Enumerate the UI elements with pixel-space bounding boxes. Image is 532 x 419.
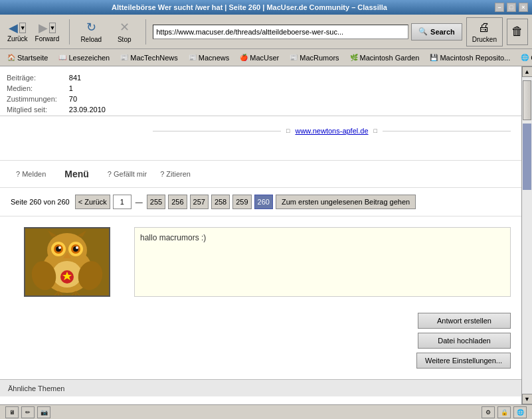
dash: —: [134, 198, 144, 206]
scrollbar-thumb[interactable]: [523, 80, 531, 120]
bookmark-macrumors[interactable]: 📰 MacRumors: [285, 52, 343, 64]
toolbar: ◀ ▼ Zurück ▶ ▼ Forward ↻ Reload ✕ Stop 🔍…: [0, 15, 532, 49]
title-bar-buttons: – □ ×: [495, 3, 528, 12]
h-line-right: [383, 131, 511, 131]
bookmark-macintosh-garden[interactable]: 🌿 Macintosh Garden: [345, 52, 424, 64]
avatar-svg: [25, 229, 109, 295]
link-arrow-left: □: [286, 127, 290, 134]
post-content: hallo macrumors :): [140, 233, 206, 242]
post-actions: ? Melden Menü ? Gefällt mir ? Zitieren: [0, 160, 521, 187]
bookmark-mactechnews[interactable]: 📰 MacTechNews: [116, 52, 183, 64]
h-line-left: [153, 131, 281, 131]
url-bar-container: 🔍 Search: [153, 23, 462, 41]
camera-icon-button[interactable]: 📷: [37, 406, 50, 418]
weitere-einstellungen-button[interactable]: Weitere Einstellungen...: [416, 353, 511, 369]
settings-icon-button[interactable]: ⚙: [482, 406, 495, 418]
reload-button[interactable]: ↻ Reload: [76, 18, 106, 45]
report-link[interactable]: ? Melden: [16, 170, 46, 178]
forward-button[interactable]: ▶ ▼ Forward: [32, 19, 63, 44]
post-text-area: hallo macrumors :): [134, 227, 511, 297]
post-area: hallo macrumors :): [0, 216, 521, 307]
url-input[interactable]: [153, 25, 408, 39]
user-info-section: Beiträge: 841 Medien: 1 Zustimmungen: 70…: [0, 66, 521, 116]
table-row: Zustimmungen: 70: [1, 94, 145, 104]
classilla-icon: 🌐: [521, 54, 529, 61]
value-medien: 1: [64, 84, 145, 93]
title-bar-text: Altteilebörse Wer sucht /wer hat | Seite…: [4, 3, 495, 11]
bookmark-startseite[interactable]: 🏠 Startseite: [3, 52, 52, 64]
search-button[interactable]: 🔍 Search: [411, 23, 462, 41]
print-button[interactable]: 🖨 Drucken: [466, 17, 503, 46]
edit-icon-button[interactable]: ✏: [21, 406, 35, 418]
back-button[interactable]: ◀ ▼ Zurück: [4, 19, 31, 44]
scrollbar-accent: [523, 124, 531, 190]
avatar-image: [24, 227, 110, 297]
scroll-up-button[interactable]: ▲: [522, 66, 533, 77]
page-255-button[interactable]: 255: [147, 195, 165, 209]
back-page-button[interactable]: < Zurück: [75, 195, 110, 209]
quote-link[interactable]: ? Zitieren: [160, 170, 191, 178]
globe-icon-button[interactable]: 🌐: [513, 406, 527, 418]
scroll-down-button[interactable]: ▼: [522, 394, 533, 404]
bookmarks-bar: 🏠 Startseite 📖 Lesezeichen 📰 MacTechNews…: [0, 49, 532, 66]
pagination-bar: Seite 260 von 260 < Zurück — 255 256 257…: [0, 187, 521, 216]
external-link[interactable]: www.newtons-apfel.de: [295, 127, 368, 135]
maximize-button[interactable]: □: [507, 3, 516, 12]
table-row: Beiträge: 841: [1, 73, 145, 82]
go-to-unread-button[interactable]: Zum ersten ungelesenen Beitrag gehen: [276, 195, 416, 209]
main-content: Beiträge: 841 Medien: 1 Zustimmungen: 70…: [0, 66, 532, 404]
status-icons-right: ⚙ 🔒 🌐: [482, 406, 527, 418]
toolbar-separator: [69, 19, 70, 44]
svg-point-11: [58, 246, 61, 249]
divider-section: □ www.newtons-apfel.de □: [0, 122, 521, 140]
page-260-button[interactable]: 260: [254, 195, 273, 209]
status-icons-left: 🖥 ✏ 📷: [5, 406, 50, 418]
search-icon: 🔍: [418, 27, 428, 36]
menu-label: Menü: [64, 169, 89, 179]
page-257-button[interactable]: 257: [190, 195, 209, 209]
user-info-table: Beiträge: 841 Medien: 1 Zustimmungen: 70…: [0, 72, 146, 116]
value-zustimmungen: 70: [64, 94, 145, 104]
rumors-icon: 📰: [290, 54, 298, 61]
bookmark-icon: 📖: [58, 54, 66, 61]
like-link[interactable]: ? Gefällt mir: [108, 170, 147, 178]
similar-topics-label: Ähnliche Themen: [8, 384, 64, 392]
home-icon: 🏠: [7, 54, 15, 61]
svg-point-12: [76, 246, 78, 249]
spacer: [0, 140, 521, 160]
minimize-button[interactable]: –: [495, 3, 504, 12]
trash-button[interactable]: 🗑: [507, 19, 528, 45]
post-avatar: [11, 227, 124, 297]
lock-icon-button[interactable]: 🔒: [497, 406, 511, 418]
bookmark-macuser[interactable]: 🍎 MacUser: [235, 52, 284, 64]
datei-hochladen-button[interactable]: Datei hochladen: [418, 333, 511, 349]
page-259-button[interactable]: 259: [232, 195, 251, 209]
label-beitraege: Beiträge:: [1, 73, 62, 82]
repo-icon: 💾: [430, 54, 438, 61]
antwort-erstellen-button[interactable]: Antwort erstellen: [418, 313, 511, 329]
label-medien: Medien:: [1, 84, 62, 93]
scrollbar[interactable]: ▲ ▼: [521, 66, 532, 404]
page-258-button[interactable]: 258: [211, 195, 230, 209]
scrollbar-track[interactable]: [522, 77, 532, 394]
page-input[interactable]: [113, 195, 132, 209]
table-row: Medien: 1: [1, 84, 145, 93]
page-content: Beiträge: 841 Medien: 1 Zustimmungen: 70…: [0, 66, 521, 404]
bookmark-macnews[interactable]: 📰 Macnews: [184, 52, 234, 64]
page-256-button[interactable]: 256: [168, 195, 187, 209]
status-bar: 🖥 ✏ 📷 ⚙ 🔒 🌐: [0, 404, 532, 419]
similar-topics-bar: Ähnliche Themen: [0, 379, 521, 396]
link-arrow-right: □: [374, 127, 377, 134]
stop-button[interactable]: ✕ Stop: [110, 18, 139, 45]
value-mitglied: 23.09.2010: [64, 105, 145, 114]
bookmark-macintosh-reposito[interactable]: 💾 Macintosh Reposito...: [425, 52, 515, 64]
screen-icon-button[interactable]: 🖥: [5, 406, 19, 418]
page-info: Seite 260 von 260: [11, 198, 70, 206]
bookmark-classilla[interactable]: 🌐 Classill...: [516, 52, 532, 64]
bookmark-lesezeichen[interactable]: 📖 Lesezeichen: [54, 52, 114, 64]
trash-icon: 🗑: [511, 25, 523, 39]
apple-icon: 🍎: [240, 54, 248, 61]
close-button[interactable]: ×: [519, 3, 528, 12]
table-row: Mitglied seit: 23.09.2010: [1, 105, 145, 114]
reply-buttons: Antwort erstellen Datei hochladen Weiter…: [0, 307, 521, 379]
